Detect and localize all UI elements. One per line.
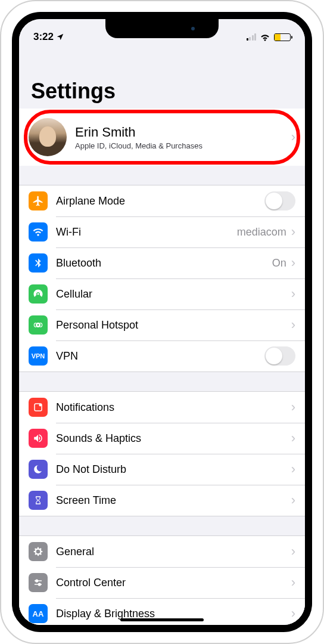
settings-list[interactable]: Settings Erin Smith Apple ID, iCloud, Me…: [19, 49, 305, 625]
status-time: 3:22: [33, 31, 54, 43]
row-label: General: [56, 546, 291, 558]
general-row[interactable]: General ›: [19, 536, 305, 567]
airplane-toggle[interactable]: [264, 191, 295, 210]
alerts-section: Notifications › Sounds & Haptics › Do No…: [19, 391, 305, 516]
bluetooth-icon: [29, 253, 48, 273]
airplane-icon: [29, 191, 48, 210]
bluetooth-row[interactable]: Bluetooth On ›: [19, 247, 305, 278]
row-label: Sounds & Haptics: [56, 432, 291, 445]
chevron-icon: ›: [291, 431, 295, 446]
avatar: [29, 118, 67, 156]
device-frame: 3:22 Settings Erin Smith: [0, 0, 324, 644]
hotspot-icon: [29, 315, 48, 335]
row-label: Cellular: [56, 288, 291, 301]
notifications-icon: [29, 398, 48, 417]
hourglass-icon: [29, 491, 48, 510]
dnd-row[interactable]: Do Not Disturb ›: [19, 454, 305, 485]
cellular-icon: [29, 284, 48, 304]
row-value: On: [272, 257, 286, 270]
row-label: Control Center: [56, 577, 291, 589]
sounds-row[interactable]: Sounds & Haptics ›: [19, 423, 305, 454]
airplane-mode-row[interactable]: Airplane Mode: [19, 185, 305, 216]
hotspot-row[interactable]: Personal Hotspot ›: [19, 309, 305, 340]
battery-icon: [274, 33, 291, 41]
profile-name: Erin Smith: [75, 125, 291, 140]
chevron-icon: ›: [291, 462, 295, 477]
chevron-icon: ›: [291, 493, 295, 508]
notifications-row[interactable]: Notifications ›: [19, 392, 305, 423]
row-label: VPN: [56, 350, 264, 363]
profile-subtitle: Apple ID, iCloud, Media & Purchases: [75, 141, 291, 150]
row-label: Airplane Mode: [56, 195, 264, 208]
chevron-icon: ›: [291, 606, 295, 621]
chevron-icon: ›: [291, 286, 295, 302]
sounds-icon: [29, 429, 48, 448]
cellular-row[interactable]: Cellular ›: [19, 278, 305, 309]
apple-id-section: Erin Smith Apple ID, iCloud, Media & Pur…: [19, 109, 305, 166]
sliders-icon: [29, 573, 48, 592]
wifi-icon: [260, 33, 270, 41]
screen: 3:22 Settings Erin Smith: [12, 12, 312, 632]
page-title: Settings: [19, 49, 305, 109]
network-section: Airplane Mode Wi-Fi mediacom › Bluetooth: [19, 185, 305, 372]
svg-point-5: [38, 583, 40, 586]
notch: [105, 19, 219, 38]
gear-icon: [29, 542, 48, 561]
general-section: General › Control Center › AA Display & …: [19, 535, 305, 625]
chevron-icon: ›: [291, 317, 295, 333]
vpn-toggle[interactable]: [264, 346, 295, 366]
chevron-icon: ›: [291, 224, 295, 240]
row-value: mediacom: [237, 226, 286, 239]
vpn-row[interactable]: VPN VPN: [19, 340, 305, 371]
row-label: Bluetooth: [56, 257, 272, 270]
svg-point-3: [36, 580, 38, 582]
svg-point-1: [39, 404, 42, 407]
row-label: Screen Time: [56, 494, 291, 507]
apple-id-row[interactable]: Erin Smith Apple ID, iCloud, Media & Pur…: [19, 111, 305, 163]
vpn-icon: VPN: [29, 346, 48, 366]
chevron-icon: ›: [291, 575, 295, 590]
text-size-icon: AA: [29, 604, 48, 623]
location-icon: [56, 33, 64, 41]
wifi-icon: [29, 222, 48, 242]
row-label: Do Not Disturb: [56, 463, 291, 476]
cellular-signal-icon: [247, 33, 257, 41]
wifi-row[interactable]: Wi-Fi mediacom ›: [19, 216, 305, 247]
home-indicator[interactable]: [120, 618, 204, 621]
chevron-icon: ›: [291, 544, 295, 559]
chevron-icon: ›: [291, 129, 295, 145]
moon-icon: [29, 460, 48, 479]
row-label: Wi-Fi: [56, 226, 237, 239]
control-center-row[interactable]: Control Center ›: [19, 567, 305, 598]
row-label: Notifications: [56, 401, 291, 414]
row-label: Personal Hotspot: [56, 319, 291, 332]
screentime-row[interactable]: Screen Time ›: [19, 485, 305, 516]
chevron-icon: ›: [291, 400, 295, 415]
chevron-icon: ›: [291, 255, 295, 271]
